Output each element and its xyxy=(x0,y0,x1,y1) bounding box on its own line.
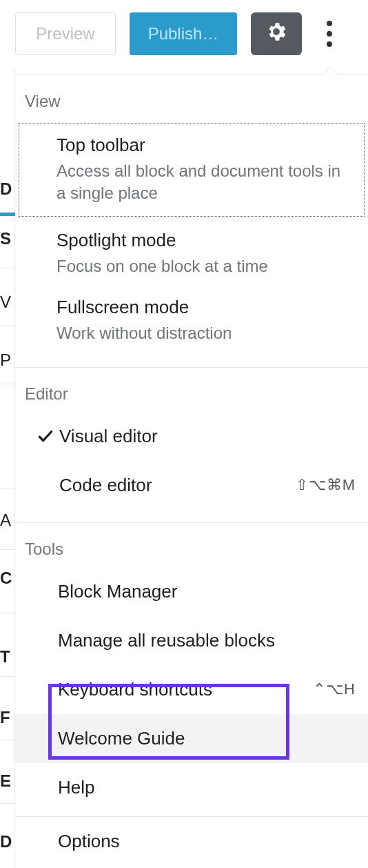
bg-rule xyxy=(0,740,15,740)
view-item-spotlight-mode[interactable]: Spotlight mode Focus on one block at a t… xyxy=(15,220,368,287)
editor-section-label: Editor xyxy=(15,368,368,412)
kebab-dot-icon xyxy=(327,31,332,37)
tool-item-keyboard-shortcuts[interactable]: Keyboard shortcuts ⌃⌥H xyxy=(15,665,368,714)
view-item-desc: Focus on one block at a time xyxy=(57,255,354,277)
bg-text: V xyxy=(0,293,11,312)
view-item-title: Fullscreen mode xyxy=(57,297,354,318)
bg-text: D xyxy=(0,832,12,851)
editor-item-label: Code editor xyxy=(59,475,152,496)
bg-rule xyxy=(0,549,15,550)
keyboard-shortcut: ⇧⌥⌘M xyxy=(296,476,356,494)
bg-text: E xyxy=(0,771,11,791)
bg-text: C xyxy=(0,569,12,588)
bg-rule xyxy=(0,489,15,489)
publish-button[interactable]: Publish… xyxy=(130,12,237,55)
bg-text: S xyxy=(0,229,11,248)
tool-item-label: Keyboard shortcuts xyxy=(58,679,212,700)
bg-rule xyxy=(0,803,15,804)
editor-toolbar: Preview Publish… xyxy=(0,0,368,70)
kebab-dot-icon xyxy=(327,41,332,47)
bg-text: F xyxy=(0,708,10,727)
bg-rule xyxy=(0,326,15,326)
preview-button[interactable]: Preview xyxy=(15,12,116,55)
bg-rule xyxy=(0,268,15,268)
tool-item-label: Block Manager xyxy=(58,581,177,602)
bg-text: A xyxy=(0,511,11,530)
bg-rule xyxy=(0,676,15,677)
tool-item-label: Manage all reusable blocks xyxy=(58,630,275,651)
tool-item-help[interactable]: Help xyxy=(15,763,368,812)
view-item-desc: Work without distraction xyxy=(57,322,354,344)
check-icon xyxy=(32,427,59,445)
view-section-label: View xyxy=(15,75,368,119)
gear-icon xyxy=(265,20,288,48)
tool-item-options[interactable]: Options xyxy=(15,817,368,866)
editor-item-visual-editor[interactable]: Visual editor xyxy=(15,412,368,461)
tool-item-label: Help xyxy=(58,777,94,798)
view-item-title: Top toolbar xyxy=(57,135,354,156)
view-item-top-toolbar[interactable]: Top toolbar Access all block and documen… xyxy=(15,119,368,220)
bg-text: T xyxy=(0,647,10,667)
keyboard-shortcut: ⌃⌥H xyxy=(313,680,356,698)
background-sidebar: D S V P A C T F E D P xyxy=(0,70,15,868)
tool-item-label: Welcome Guide xyxy=(58,728,185,749)
tools-section-label: Tools xyxy=(15,523,368,567)
tool-item-welcome-guide[interactable]: Welcome Guide xyxy=(15,714,368,763)
kebab-dot-icon xyxy=(327,21,332,26)
dropdown-arrow-icon xyxy=(323,68,339,76)
tool-item-block-manager[interactable]: Block Manager xyxy=(15,567,368,616)
settings-button[interactable] xyxy=(251,12,302,55)
editor-item-code-editor[interactable]: Code editor ⇧⌥⌘M xyxy=(15,461,368,510)
bg-rule xyxy=(0,384,15,384)
more-options-button[interactable] xyxy=(316,21,343,47)
tool-item-manage-reusable-blocks[interactable]: Manage all reusable blocks xyxy=(15,616,368,665)
bg-rule xyxy=(0,613,15,613)
bg-underline xyxy=(0,213,15,216)
view-item-desc: Access all block and document tools in a… xyxy=(57,160,354,205)
tool-item-label: Options xyxy=(58,831,120,852)
view-item-title: Spotlight mode xyxy=(57,230,354,251)
bg-text: D xyxy=(0,179,12,199)
bg-text: P xyxy=(0,351,11,370)
more-options-dropdown: View Top toolbar Access all block and do… xyxy=(15,75,368,868)
editor-item-label: Visual editor xyxy=(59,426,158,447)
view-item-fullscreen-mode[interactable]: Fullscreen mode Work without distraction xyxy=(15,287,368,354)
